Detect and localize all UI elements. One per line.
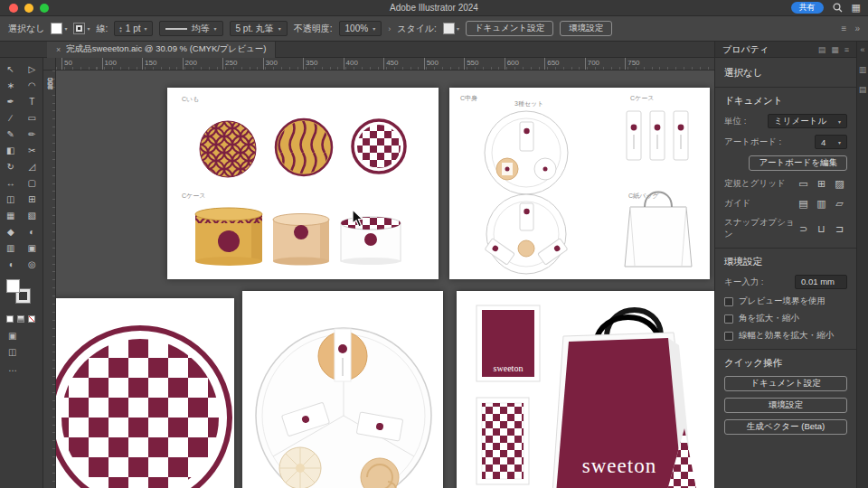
- chevron-down-icon: ▾: [838, 118, 841, 125]
- lasso-tool[interactable]: ◠: [22, 77, 43, 93]
- close-button[interactable]: [9, 4, 18, 13]
- free-transform-tool[interactable]: ▢: [22, 174, 43, 191]
- screen-mode-button[interactable]: ◫: [8, 347, 42, 357]
- transparency-grid-icon[interactable]: ▨: [832, 177, 847, 191]
- horizontal-ruler[interactable]: 5010015020025030035040045050055060065070…: [56, 58, 714, 70]
- canvas[interactable]: Cいも Cケース C中身: [56, 70, 714, 488]
- hand-tool[interactable]: ◖: [0, 256, 22, 272]
- gradient-button[interactable]: [17, 315, 24, 323]
- shape-builder-tool[interactable]: ◫: [0, 191, 22, 207]
- tab-close-icon[interactable]: ×: [56, 45, 61, 54]
- pencil-tool[interactable]: ✏: [22, 126, 43, 142]
- checkbox-box[interactable]: [724, 314, 733, 324]
- magic-wand-tool[interactable]: ∗: [0, 77, 22, 93]
- scissors-tool[interactable]: ✂: [22, 142, 43, 158]
- document-tab[interactable]: × 完成品sweeeton.aic @ 30.09 % (CMYK/プレビュー): [47, 42, 276, 58]
- mesh-tool[interactable]: ▦: [0, 207, 22, 223]
- pen-tool[interactable]: ✒: [0, 93, 22, 109]
- snap-to-point-icon[interactable]: ⊃: [796, 222, 811, 236]
- libraries-panel-tab-icon[interactable]: ▦: [831, 45, 839, 54]
- artboard-3[interactable]: [56, 298, 234, 488]
- artboard-4[interactable]: [242, 291, 443, 488]
- preference-checkbox[interactable]: 角を拡大・縮小: [724, 313, 847, 324]
- stroke-profile-select[interactable]: 均等 ▾: [159, 21, 223, 36]
- direct-selection-tool[interactable]: ▷: [22, 61, 43, 77]
- svg-text:sweeton: sweeton: [494, 363, 524, 373]
- rotate-tool[interactable]: ↻: [0, 158, 22, 174]
- eraser-tool[interactable]: ◧: [0, 142, 22, 158]
- blend-tool[interactable]: ◐: [22, 223, 43, 239]
- share-button[interactable]: 共有: [791, 2, 824, 14]
- document-setup-button[interactable]: ドキュメント設定: [724, 376, 847, 391]
- vertical-ruler[interactable]: 050100150200250300350400450: [43, 70, 56, 488]
- preferences-button[interactable]: 環境設定: [724, 398, 847, 413]
- fill-color-picker[interactable]: ▾: [51, 23, 67, 34]
- artboard-1[interactable]: Cいも Cケース: [167, 88, 439, 279]
- gradient-tool[interactable]: ▧: [22, 207, 43, 223]
- artboard-5[interactable]: sweeton sweeton: [457, 291, 714, 488]
- opacity-select[interactable]: 100% ▾: [339, 21, 382, 36]
- generative-vector-button[interactable]: 生成ベクター (Beta): [724, 419, 847, 435]
- style-swatch[interactable]: [443, 23, 455, 34]
- zoom-button[interactable]: [40, 4, 49, 13]
- properties-panel: プロパティ ▤ ▦ ≡ 選択なし ドキュメント 単位 : ミリメートル▾ アート…: [714, 42, 856, 488]
- style-picker[interactable]: ▾: [443, 23, 459, 34]
- layers-panel-tab-icon[interactable]: ▤: [818, 45, 826, 54]
- draw-mode-button[interactable]: ▣: [8, 331, 42, 341]
- more-tools-icon[interactable]: …: [8, 363, 42, 373]
- ruler-origin-corner[interactable]: [43, 58, 56, 70]
- smart-guides-icon[interactable]: ▱: [832, 197, 847, 211]
- snap-to-glyph-icon[interactable]: ⊐: [832, 222, 847, 236]
- fill-color-indicator[interactable]: [6, 279, 20, 293]
- brush-select[interactable]: 5 pt. 丸筆 ▾: [230, 21, 288, 36]
- type-tool[interactable]: T: [22, 93, 43, 109]
- docked-panel-icon[interactable]: ▤: [859, 85, 867, 94]
- collapse-panels-icon[interactable]: «: [860, 45, 864, 54]
- panel-collapse-icon[interactable]: »: [854, 23, 860, 33]
- line-segment-tool[interactable]: ∕: [0, 109, 22, 126]
- stroke-width-stepper[interactable]: ▴▾ 1 pt ▾: [114, 21, 152, 36]
- snap-to-grid-icon[interactable]: ⊔: [814, 222, 829, 236]
- menu-icon[interactable]: ≡: [842, 23, 847, 33]
- artboard-2[interactable]: C中身 3種セット Cケース 3個入り C紙バッグ: [449, 88, 710, 279]
- preference-checkbox[interactable]: プレビュー境界を使用: [724, 296, 847, 307]
- stepper-arrows-icon[interactable]: ▴▾: [119, 25, 122, 33]
- checkbox-box[interactable]: [724, 297, 733, 306]
- artboard-label: アートボード :: [724, 136, 781, 148]
- apps-grid-icon[interactable]: ▦: [852, 3, 861, 13]
- lock-guides-icon[interactable]: ▥: [814, 197, 829, 211]
- ruler-number: 100: [102, 58, 143, 70]
- stroke-color-picker[interactable]: ▾: [73, 23, 90, 34]
- paintbrush-tool[interactable]: ✎: [0, 126, 22, 142]
- selection-tool[interactable]: ↖: [0, 61, 22, 77]
- eyedropper-tool[interactable]: ◆: [0, 223, 22, 239]
- width-tool[interactable]: ↔: [0, 174, 22, 191]
- color-button[interactable]: [6, 315, 14, 323]
- document-setup-button-top[interactable]: ドキュメント設定: [466, 21, 553, 36]
- checkbox-box[interactable]: [724, 332, 733, 341]
- stroke-swatch[interactable]: [73, 23, 85, 34]
- ruler-icon[interactable]: ▭: [796, 177, 811, 191]
- keyboard-increment-input[interactable]: 0.01 mm: [795, 275, 847, 289]
- perspective-grid-tool[interactable]: ⊞: [22, 191, 43, 207]
- none-button[interactable]: [28, 315, 35, 323]
- show-guides-icon[interactable]: ▤: [796, 197, 811, 211]
- search-icon[interactable]: [833, 0, 843, 16]
- tab-properties[interactable]: プロパティ: [722, 43, 769, 56]
- artboard-select[interactable]: 4▾: [815, 135, 847, 149]
- rectangle-tool[interactable]: ▭: [22, 109, 43, 126]
- unit-select[interactable]: ミリメートル▾: [768, 114, 847, 128]
- edit-artboards-button[interactable]: アートボードを編集: [749, 155, 847, 171]
- minimize-button[interactable]: [24, 4, 33, 13]
- panel-menu-icon[interactable]: ≡: [844, 45, 849, 54]
- docked-panel-icon[interactable]: ▥: [859, 65, 867, 74]
- zoom-tool[interactable]: ◎: [22, 256, 43, 272]
- scale-tool[interactable]: ◿: [22, 158, 43, 174]
- fill-swatch[interactable]: [51, 23, 62, 34]
- grid-icon[interactable]: ⊞: [814, 177, 829, 191]
- graph-tool[interactable]: ▥: [0, 239, 22, 256]
- artboard-tool[interactable]: ▣: [22, 239, 43, 256]
- svg-text:C紙バッグ: C紙バッグ: [628, 192, 659, 199]
- preferences-button-top[interactable]: 環境設定: [560, 21, 612, 36]
- preference-checkbox[interactable]: 線幅と効果を拡大・縮小: [724, 330, 847, 342]
